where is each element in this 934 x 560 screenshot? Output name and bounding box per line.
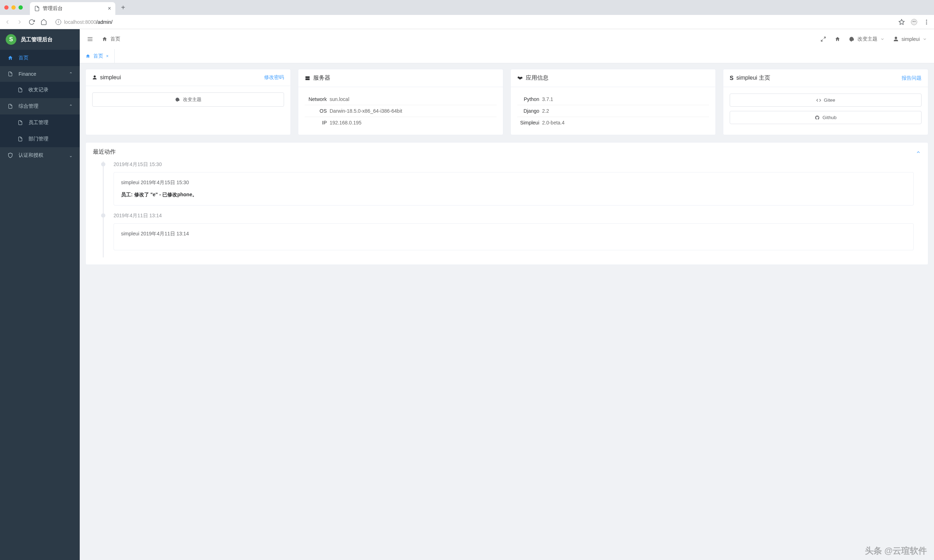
topbar: 首页 改变主题 simpleui bbox=[80, 29, 934, 49]
reload-button[interactable] bbox=[28, 19, 35, 25]
tab-home[interactable]: 首页 × bbox=[80, 49, 114, 63]
sidebar-item-label: 认证和授权 bbox=[19, 152, 43, 158]
s-icon: S bbox=[730, 75, 733, 82]
change-password-link[interactable]: 修改密码 bbox=[264, 74, 284, 81]
file-icon bbox=[17, 87, 23, 93]
address-bar: i localhost:8000/admin/ bbox=[0, 15, 934, 29]
sidebar-item-transactions[interactable]: 收支记录 bbox=[0, 82, 80, 98]
svg-marker-0 bbox=[899, 19, 905, 24]
sidebar-item-finance[interactable]: Finance ⌃ bbox=[0, 66, 80, 82]
window-controls bbox=[4, 5, 23, 9]
svg-point-13 bbox=[851, 38, 852, 38]
svg-point-4 bbox=[926, 20, 927, 21]
new-tab-button[interactable]: + bbox=[118, 2, 128, 13]
file-icon bbox=[17, 120, 23, 126]
shield-icon bbox=[7, 152, 14, 158]
sidebar-item-label: Finance bbox=[19, 71, 36, 77]
card-server: 服务器 Network sun.local OS Darwin-18.5.0-x… bbox=[298, 69, 503, 135]
report-issue-link[interactable]: 报告问题 bbox=[902, 75, 922, 82]
home-icon bbox=[7, 55, 14, 61]
timeline: 2019年4月15日 15:30 simpleui 2019年4月15日 15:… bbox=[86, 162, 928, 265]
timeline-card: simpleui 2019年4月11日 13:14 bbox=[114, 223, 914, 250]
svg-rect-16 bbox=[306, 78, 310, 80]
breadcrumb-home[interactable]: 首页 bbox=[102, 36, 120, 42]
chevron-up-icon: ⌃ bbox=[69, 104, 73, 109]
sidebar-item-departments[interactable]: 部门管理 bbox=[0, 131, 80, 147]
info-row: Network sun.local bbox=[305, 94, 497, 105]
close-icon[interactable]: × bbox=[108, 5, 111, 12]
browser-tab-title: 管理后台 bbox=[43, 5, 63, 12]
card-title: 服务器 bbox=[305, 74, 330, 82]
github-button[interactable]: Github bbox=[730, 111, 922, 124]
file-icon bbox=[7, 103, 14, 109]
window-close-icon[interactable] bbox=[4, 5, 9, 9]
app-info: Python 3.7.1 Django 2.2 Simpleui 2.0-bet… bbox=[511, 87, 715, 135]
toggle-sidebar-button[interactable] bbox=[87, 36, 93, 42]
svg-point-14 bbox=[852, 38, 853, 39]
server-icon bbox=[305, 76, 310, 81]
home-button[interactable] bbox=[40, 19, 47, 25]
fullscreen-button[interactable] bbox=[820, 36, 826, 42]
timeline-meta: simpleui 2019年4月11日 13:14 bbox=[121, 231, 906, 237]
sidebar-item-home[interactable]: 首页 bbox=[0, 50, 80, 66]
svg-line-11 bbox=[821, 40, 823, 41]
close-icon[interactable]: × bbox=[106, 54, 108, 58]
site-info-icon[interactable]: i bbox=[56, 19, 61, 25]
timeline-action: 员工: 修改了 "e" - 已修改phone。 bbox=[121, 192, 906, 198]
info-row: Python 3.7.1 bbox=[517, 94, 709, 105]
sidebar-header: S 员工管理后台 bbox=[0, 29, 80, 50]
card-user: simpleui 修改密码 改变主题 bbox=[85, 69, 291, 135]
recent-actions-panel: 最近动作 2019年4月15日 15:30 simpleui 2019年4月15… bbox=[85, 142, 928, 265]
card-title: simpleui bbox=[92, 74, 121, 81]
topbar-home-button[interactable] bbox=[835, 36, 840, 42]
sidebar-item-employees[interactable]: 员工管理 bbox=[0, 114, 80, 131]
change-theme-button[interactable]: 改变主题 bbox=[92, 92, 284, 107]
timeline-timestamp: 2019年4月11日 13:14 bbox=[114, 212, 914, 219]
github-icon bbox=[815, 115, 820, 120]
sidebar-item-label: 员工管理 bbox=[28, 120, 48, 126]
card-homepage: S simpleui 主页 报告问题 Gitee Github bbox=[723, 69, 928, 135]
menu-icon[interactable] bbox=[923, 19, 930, 25]
home-icon bbox=[85, 54, 90, 58]
svg-point-6 bbox=[926, 23, 927, 24]
timeline-item: 2019年4月11日 13:14 simpleui 2019年4月11日 13:… bbox=[103, 212, 914, 257]
python-icon bbox=[517, 75, 523, 81]
recent-title: 最近动作 bbox=[93, 148, 116, 156]
tab-strip: 首页 × bbox=[80, 49, 934, 63]
browser-tab-bar: 管理后台 × + bbox=[0, 0, 934, 15]
sidebar-item-label: 首页 bbox=[19, 55, 28, 61]
file-icon bbox=[7, 71, 14, 77]
svg-point-5 bbox=[926, 22, 927, 22]
collapse-button[interactable] bbox=[916, 150, 921, 155]
info-row: IP 192.168.0.195 bbox=[305, 117, 497, 128]
app: S 员工管理后台 首页 Finance ⌃ 收支记录 综合管理 bbox=[0, 29, 934, 560]
timeline-meta: simpleui 2019年4月15日 15:30 bbox=[121, 180, 906, 186]
sidebar: S 员工管理后台 首页 Finance ⌃ 收支记录 综合管理 bbox=[0, 29, 80, 560]
theme-dropdown[interactable]: 改变主题 bbox=[849, 36, 885, 42]
sidebar-item-management[interactable]: 综合管理 ⌃ bbox=[0, 98, 80, 114]
card-title: 应用信息 bbox=[517, 74, 548, 82]
chevron-down-icon: ⌃ bbox=[69, 153, 73, 158]
profile-icon[interactable] bbox=[911, 18, 918, 26]
card-app-info: 应用信息 Python 3.7.1 Django 2.2 S bbox=[510, 69, 716, 135]
forward-button[interactable] bbox=[16, 19, 23, 25]
card-title: S simpleui 主页 bbox=[730, 74, 770, 82]
sidebar-item-auth[interactable]: 认证和授权 ⌃ bbox=[0, 147, 80, 163]
chevron-up-icon: ⌃ bbox=[69, 71, 73, 77]
gitee-button[interactable]: Gitee bbox=[730, 94, 922, 107]
server-info: Network sun.local OS Darwin-18.5.0-x86_6… bbox=[298, 87, 503, 135]
star-icon[interactable] bbox=[898, 19, 905, 25]
window-maximize-icon[interactable] bbox=[19, 5, 23, 9]
timeline-item: 2019年4月15日 15:30 simpleui 2019年4月15日 15:… bbox=[103, 162, 914, 212]
window-minimize-icon[interactable] bbox=[11, 5, 15, 9]
back-button[interactable] bbox=[4, 19, 11, 25]
browser-tab[interactable]: 管理后台 × bbox=[30, 2, 115, 15]
info-row: Django 2.2 bbox=[517, 105, 709, 117]
file-icon bbox=[17, 136, 23, 142]
recent-header: 最近动作 bbox=[86, 143, 928, 162]
url-text: localhost:8000/admin/ bbox=[64, 19, 113, 25]
user-dropdown[interactable]: simpleui bbox=[893, 36, 927, 42]
svg-point-2 bbox=[912, 21, 914, 22]
url-field[interactable]: i localhost:8000/admin/ bbox=[52, 18, 893, 26]
info-row: OS Darwin-18.5.0-x86_64-i386-64bit bbox=[305, 105, 497, 117]
